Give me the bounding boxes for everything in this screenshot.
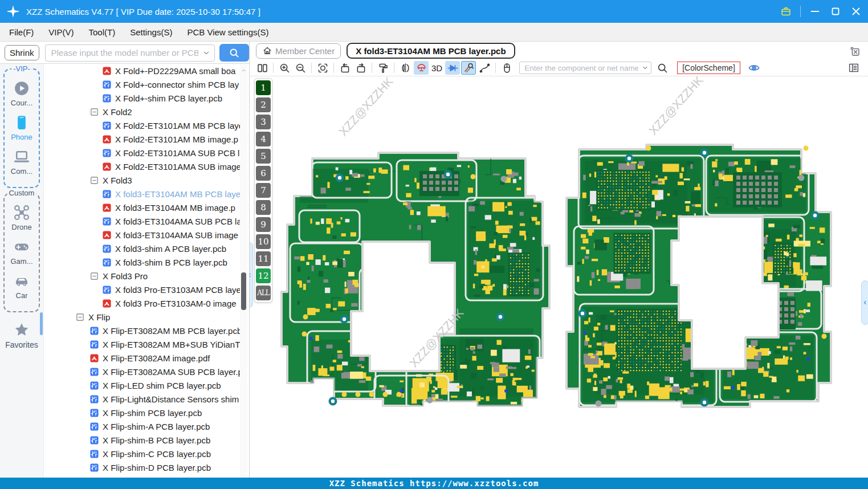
pdf-file-icon <box>102 230 112 240</box>
sidebar-scrollbar-thumb[interactable] <box>40 312 43 335</box>
tree-group[interactable]: X Fold3 Pro <box>44 269 240 283</box>
tree-item[interactable]: X Flip-shim-D PCB layer.pcb <box>44 461 240 474</box>
3d-view-button[interactable]: 3D <box>431 63 442 73</box>
color-picker-icon[interactable] <box>461 61 476 75</box>
tree-scrollbar-thumb[interactable] <box>241 272 246 310</box>
tree-item[interactable]: X Flip-LED shim PCB layer.pcb <box>44 378 240 392</box>
paint-roller-icon[interactable] <box>376 61 390 75</box>
layer-button-2[interactable]: 2 <box>256 97 271 112</box>
tree-item[interactable]: X fold3-shim A PCB layer.pcb <box>44 242 240 255</box>
layer-button-3[interactable]: 3 <box>256 115 271 129</box>
scroll-up-icon[interactable] <box>241 66 247 72</box>
tree-item[interactable]: X Fold+-shim PCB layer.pcb <box>44 91 240 105</box>
fit-screen-icon[interactable] <box>315 61 330 75</box>
layer-button-all[interactable]: ALL <box>256 286 271 300</box>
collapse-minus-icon[interactable] <box>89 176 99 185</box>
sidebar-item-phone[interactable]: Phone <box>5 114 39 141</box>
collapse-right-panel-handle[interactable] <box>861 280 868 325</box>
collapse-left-panel-handle[interactable] <box>250 242 253 308</box>
collapse-minus-icon[interactable] <box>89 107 99 117</box>
tree-item[interactable]: X Flip-ET3082AM MB PCB layer.pcb <box>44 324 240 337</box>
close-button[interactable] <box>850 5 862 18</box>
toolbar-separator <box>311 63 312 73</box>
layer-button-10[interactable]: 10 <box>256 234 271 249</box>
tree-item[interactable]: X Fold+-connector shim PCB lay <box>44 78 240 91</box>
rotate-right-icon[interactable] <box>353 61 368 75</box>
minimize-button[interactable] <box>809 5 821 18</box>
tree-item[interactable]: X Fold2-ET3101AM MB image.p <box>44 132 240 146</box>
zoom-in-icon[interactable] <box>277 61 292 75</box>
tree-item[interactable]: X Flip-ET3082AM image.pdf <box>44 351 240 365</box>
visibility-eye-icon[interactable] <box>747 62 761 74</box>
tree-item[interactable]: X Fold+-PD2229AMA small boa <box>44 64 240 78</box>
sidebar-item-favorites[interactable]: Favorites <box>0 321 43 349</box>
sidebar-item-label: Cour... <box>11 99 32 107</box>
panel-list-icon[interactable] <box>847 62 860 74</box>
rotate-left-icon[interactable] <box>337 61 352 75</box>
tree-item[interactable]: X fold3-ET3104AMA SUB PCB la <box>44 214 240 228</box>
close-all-tabs-icon[interactable] <box>849 45 861 58</box>
tree-item[interactable]: X Flip-Light&Distance Sensors shim <box>44 392 240 406</box>
tree-item[interactable]: X fold3-ET3104AMA SUB image <box>44 228 240 242</box>
measure-curve-icon[interactable] <box>477 61 492 75</box>
member-center-button[interactable]: Member Center <box>256 43 341 59</box>
shrink-button[interactable]: Shrink <box>5 45 39 60</box>
zoom-out-icon[interactable] <box>293 61 308 75</box>
collapse-minus-icon[interactable] <box>89 271 99 281</box>
tree-item[interactable]: X Flip-shim-A PCB layer.pcb <box>44 419 240 433</box>
tree-item[interactable]: X fold3-shim B PCB layer.pcb <box>44 255 240 269</box>
tree-item[interactable]: X Fold2-ET3101AMA SUB PCB la <box>44 146 240 160</box>
layer-button-11[interactable]: 11 <box>256 251 271 266</box>
mouse-icon[interactable] <box>499 61 514 75</box>
net-search-icon[interactable] <box>655 61 670 75</box>
tree-item[interactable]: X fold3-ET3104AM MB PCB laye <box>44 187 240 201</box>
tree-item[interactable]: X Fold2-ET3101AM MB PCB laye <box>44 119 240 132</box>
tree-item[interactable]: X Flip-shim PCB layer.pcb <box>44 406 240 419</box>
menu-item-0[interactable]: File(F) <box>9 27 34 37</box>
collapse-minus-icon[interactable] <box>75 312 85 322</box>
tree-group[interactable]: X Fold3 <box>44 173 240 187</box>
model-search-button[interactable] <box>219 44 249 62</box>
tree-item[interactable]: X fold3 Pro-ET3103AM PCB laye <box>44 283 240 296</box>
sidebar-item-drone[interactable]: Drone <box>5 204 39 231</box>
diode-icon[interactable] <box>445 61 460 75</box>
layer-button-6[interactable]: 6 <box>256 166 271 181</box>
sidebar-item-cour[interactable]: Cour... <box>5 80 39 107</box>
net-highlight-icon[interactable] <box>414 61 429 75</box>
tree-item[interactable]: X fold3 Pro-ET3103AM-0 image <box>44 296 240 310</box>
pcb-render[interactable]: XZZ@XZZHKXZZ@XZZHKXZZ@XZZHK <box>250 76 868 478</box>
license-lock-icon[interactable] <box>780 5 792 18</box>
tree-item[interactable]: X Flip-ET3082AMA SUB PCB layer.p <box>44 365 240 378</box>
menu-item-2[interactable]: Tool(T) <box>89 27 116 37</box>
tree-item[interactable]: X Flip-shim-B PCB layer.pcb <box>44 433 240 447</box>
tree-item[interactable]: X Fold2-ET3101AMA SUB image <box>44 160 240 173</box>
tab-pcb-file[interactable]: X fold3-ET3104AM MB PCB layer.pcb <box>347 43 515 59</box>
tree-item[interactable]: X Flip-shim-C PCB layer.pcb <box>44 447 240 461</box>
pcb-canvas[interactable]: XZZ@XZZHKXZZ@XZZHKXZZ@XZZHK 123456789101… <box>250 76 868 478</box>
sidebar-item-com[interactable]: Com... <box>5 148 39 176</box>
model-search-input[interactable] <box>45 44 215 62</box>
layer-button-12[interactable]: 12 <box>256 268 271 283</box>
menu-item-4[interactable]: PCB View settings(S) <box>187 27 268 37</box>
menu-item-1[interactable]: VIP(V) <box>48 27 74 37</box>
sidebar-item-gam[interactable]: Gam... <box>5 238 39 266</box>
layer-button-9[interactable]: 9 <box>256 217 271 232</box>
tree-group[interactable]: X Fold2 <box>44 105 240 119</box>
layer-button-7[interactable]: 7 <box>256 183 271 198</box>
layer-button-1[interactable]: 1 <box>256 80 271 95</box>
sidebar-item-car[interactable]: Car <box>5 272 39 300</box>
tree-item[interactable]: X fold3-ET3104AM MB image.p <box>44 201 240 214</box>
sidebar-item-label: Gam... <box>10 257 32 266</box>
maximize-button[interactable] <box>829 5 842 18</box>
mirror-flip-icon[interactable] <box>398 61 413 75</box>
colorscheme-button[interactable]: [ColorScheme] <box>677 62 740 74</box>
pcb-file-icon <box>89 340 99 349</box>
layer-button-4[interactable]: 4 <box>256 132 271 146</box>
net-search-input[interactable] <box>519 62 651 74</box>
menu-item-3[interactable]: Settings(S) <box>130 27 172 37</box>
layer-button-8[interactable]: 8 <box>256 200 271 215</box>
tree-item[interactable]: X Flip-ET3082AM MB+SUB YiDianT <box>44 337 240 351</box>
split-view-icon[interactable] <box>255 61 270 75</box>
tree-group[interactable]: X Flip <box>44 310 240 324</box>
layer-button-5[interactable]: 5 <box>256 149 271 164</box>
